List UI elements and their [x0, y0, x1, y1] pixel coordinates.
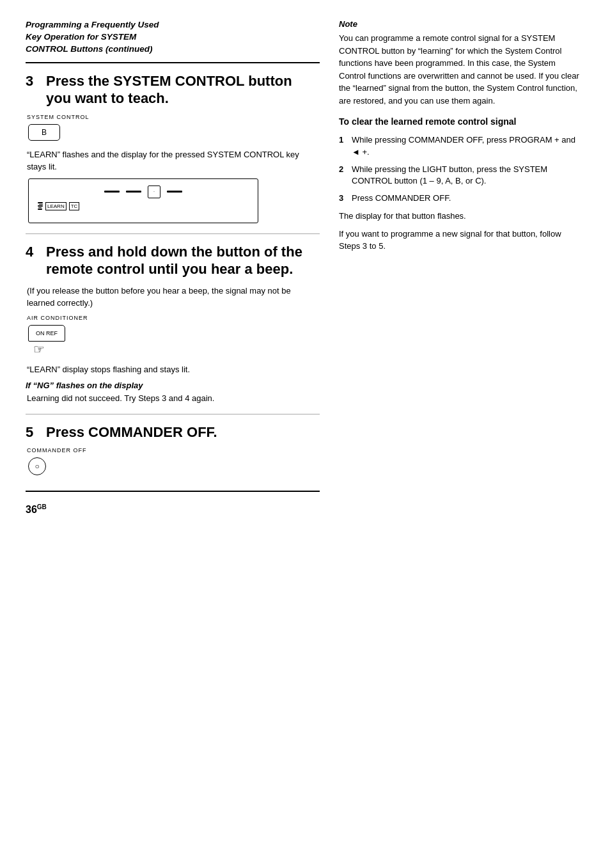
ng-heading: If “NG” flashes on the display	[26, 381, 320, 390]
clear-step-1-text: While pressing COMMANDER OFF, press PROG…	[352, 134, 584, 159]
step-4-number: 4	[26, 243, 41, 261]
page-title: Programming a Frequently Used Key Operat…	[26, 19, 320, 56]
clear-step-1-num: 1	[339, 134, 348, 159]
clear-step-1: 1 While pressing COMMANDER OFF, press PR…	[339, 134, 584, 159]
page-number: 36GB	[26, 503, 47, 516]
clear-heading: To clear the learned remote control sign…	[339, 116, 584, 128]
step-5-text: Press COMMANDER OFF.	[46, 423, 217, 441]
clear-step-3-text: Press COMMANDER OFF.	[352, 193, 451, 205]
wave-line-4	[38, 207, 42, 209]
step-5-number: 5	[26, 423, 41, 441]
clear-step-2-text: While pressing the LIGHT button, press t…	[352, 164, 584, 188]
clear-step-3-num: 3	[339, 193, 348, 205]
right-column: Note You can programme a remote control …	[339, 19, 584, 849]
step-4-body2: “LEARN” display stops flashing and stays…	[27, 363, 320, 376]
dot-box: ·	[148, 185, 160, 198]
display-wave-lines	[38, 202, 43, 210]
step-4-block: 4 Press and hold down the button of the …	[26, 243, 320, 405]
note-label: Note	[339, 19, 584, 29]
top-divider	[26, 62, 320, 63]
clear-body-2: If you want to programme a new signal fo…	[339, 228, 584, 253]
ac-button-group: ON REF ☞	[28, 325, 65, 357]
clear-step-2: 2 While pressing the LIGHT button, press…	[339, 164, 584, 188]
dash-1	[104, 191, 120, 193]
ac-button-shape: ON REF	[28, 325, 65, 342]
left-column: Programming a Frequently Used Key Operat…	[26, 19, 320, 849]
ac-button-text: ON REF	[36, 330, 58, 336]
display-panel-illustration: LEARN TC ·	[28, 178, 258, 223]
clear-step-3: 3 Press COMMANDER OFF.	[339, 193, 584, 205]
clear-step-2-num: 2	[339, 164, 348, 188]
divider-after-step4	[26, 414, 320, 414]
step-4-text: Press and hold down the button of the re…	[46, 243, 320, 278]
commander-off-circle: ○	[35, 462, 39, 471]
step-3-body: “LEARN” flashes and the display for the …	[27, 148, 320, 173]
divider-after-step3	[26, 233, 320, 234]
step-4-body1: (If you release the button before you he…	[27, 285, 320, 310]
display-icons-area: LEARN TC	[38, 202, 79, 210]
ac-finger-icon: ☞	[33, 342, 45, 357]
dash-2	[126, 191, 141, 193]
step-3-label: SYSTEM CONTROL	[27, 114, 320, 120]
note-text: You can programme a remote control signa…	[339, 32, 584, 107]
dash-3	[167, 191, 182, 193]
step-5-heading: 5 Press COMMANDER OFF.	[26, 423, 320, 441]
page: Programming a Frequently Used Key Operat…	[0, 0, 610, 868]
wave-line-3	[38, 205, 43, 207]
ac-illustration: ON REF ☞	[28, 325, 320, 357]
wave-line-5	[38, 209, 42, 210]
wave-line-1	[38, 202, 43, 203]
page-footer: 36GB	[26, 497, 320, 516]
wave-line-2	[39, 204, 43, 205]
display-dash-area: ·	[104, 185, 182, 198]
step-5-block: 5 Press COMMANDER OFF. COMMANDER OFF ○	[26, 423, 320, 484]
clear-body-1: The display for that button flashes.	[339, 210, 584, 223]
learn-indicator: LEARN	[45, 202, 66, 210]
step-3-heading: 3 Press the SYSTEM CONTROL button you wa…	[26, 72, 320, 107]
bottom-divider	[26, 491, 320, 492]
commander-off-button: ○	[28, 457, 46, 475]
ac-label: AIR CONDITIONER	[27, 315, 320, 321]
step-3-block: 3 Press the SYSTEM CONTROL button you wa…	[26, 72, 320, 223]
step-3-text: Press the SYSTEM CONTROL button you want…	[46, 72, 320, 107]
step-3-number: 3	[26, 72, 41, 90]
step-3-button: B	[28, 124, 60, 141]
step-4-heading: 4 Press and hold down the button of the …	[26, 243, 320, 278]
tc-indicator: TC	[69, 202, 80, 210]
step-5-label: COMMANDER OFF	[27, 447, 320, 454]
display-top-icons: LEARN TC	[38, 202, 79, 210]
ng-body: Learning did not succeed. Try Steps 3 an…	[27, 392, 320, 405]
